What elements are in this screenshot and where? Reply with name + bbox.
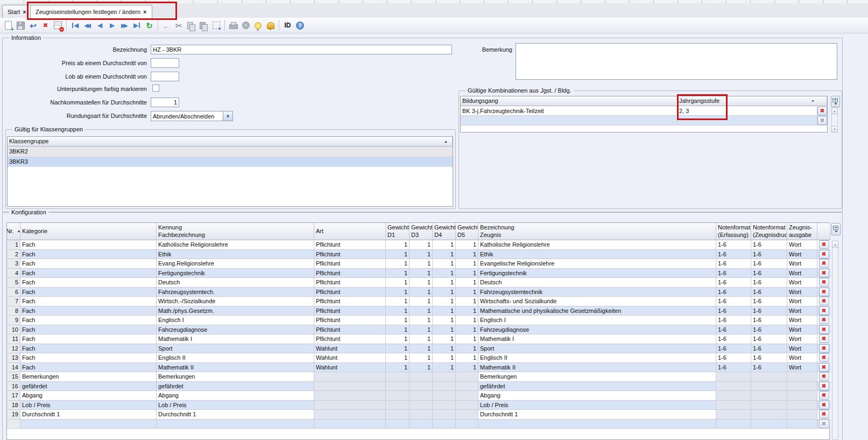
cell-kategorie[interactable]: Fach	[20, 325, 157, 335]
cell-nfd[interactable]: 1-6	[751, 325, 787, 335]
cell-nr[interactable]: 19	[7, 410, 20, 420]
cell-d5[interactable]: 1	[456, 316, 478, 325]
cell-ausgabe[interactable]: Wort	[787, 325, 817, 335]
tab-start[interactable]: Start ×	[2, 5, 32, 18]
konfiguration-row[interactable]: 4FachFertigungstechnikPflichtunt1111Fert…	[7, 269, 829, 278]
cell-d3[interactable]	[410, 382, 433, 392]
cell-d1[interactable]: 1	[386, 297, 410, 306]
cell-nfd[interactable]: 1-6	[751, 240, 787, 250]
cell-d4[interactable]: 1	[433, 325, 456, 335]
konfiguration-row[interactable]: 3FachEvang.ReligionslehrePflichtunt1111E…	[7, 259, 829, 269]
bildungsgang-cell[interactable]: BK 3-j.Fahrzeugtechnik-Teilzeit	[461, 106, 678, 116]
cell-d4[interactable]: 1	[433, 278, 456, 288]
cell-d3[interactable]	[410, 401, 433, 410]
cell-nfd[interactable]	[751, 420, 787, 429]
cell-nfd[interactable]	[751, 401, 787, 410]
cell-kennung[interactable]: gefährdet	[157, 382, 314, 392]
cell-nfd[interactable]: 1-6	[751, 278, 787, 288]
fast-backward-icon[interactable]: ◀◀	[81, 19, 94, 32]
cell-ausgabe[interactable]: Wort	[787, 297, 817, 306]
cell-art[interactable]: Pflichtunt	[314, 288, 386, 297]
cell-d4[interactable]	[433, 391, 456, 401]
cell-kategorie[interactable]: Fach	[20, 353, 157, 363]
tab-zeugniseinstellungen[interactable]: Zeugniseinstellungen festlegen / ändern …	[30, 5, 152, 18]
cell-zeugnis[interactable]: Lob / Preis	[478, 401, 716, 410]
cell-d5[interactable]: 1	[456, 353, 478, 363]
cell-d3[interactable]	[410, 410, 433, 420]
notification-bell-icon[interactable]	[264, 19, 277, 32]
cell-nfe[interactable]: 1-6	[716, 288, 751, 297]
cell-d3[interactable]: 1	[410, 278, 433, 288]
cell-art[interactable]	[314, 382, 386, 392]
cell-ausgabe[interactable]: Wort	[787, 288, 817, 297]
cell-d4[interactable]	[433, 401, 456, 410]
nachkommastellen-input[interactable]: 1	[151, 97, 179, 107]
cell-d3[interactable]: 1	[410, 334, 433, 344]
cell-art[interactable]: Pflichtunt	[314, 240, 386, 250]
cell-art[interactable]	[314, 401, 386, 410]
cell-kennung[interactable]: Englisch II	[157, 353, 314, 363]
konfiguration-row[interactable]: 6FachFahrzeugsystemtech.Pflichtunt1111Fa…	[7, 288, 829, 297]
column-header-bildungsgang[interactable]: Bildungsgang	[461, 96, 678, 106]
cell-ausgabe[interactable]: Wort	[787, 344, 817, 354]
cell-ausgabe[interactable]	[787, 420, 817, 429]
cell-nfd[interactable]: 1-6	[751, 344, 787, 354]
cell-art[interactable]	[314, 391, 386, 401]
cell-nfd[interactable]: 1-6	[751, 269, 787, 278]
delete-row-button[interactable]: ✖	[819, 269, 829, 277]
cell-nr[interactable]: 3	[7, 259, 20, 269]
cell-kategorie[interactable]: Fach	[20, 288, 157, 297]
cell-d5[interactable]	[456, 420, 478, 429]
cell-kategorie[interactable]: Fach	[20, 297, 157, 306]
cell-kategorie[interactable]: Lob / Preis	[20, 401, 157, 410]
cell-nfe[interactable]: 1-6	[716, 278, 751, 288]
cell-zeugnis[interactable]: Mathematik I	[478, 334, 716, 344]
cell-d1[interactable]: 1	[386, 306, 410, 316]
cell-nfe[interactable]: 1-6	[716, 353, 751, 363]
cell-art[interactable]: Pflichtunt	[314, 306, 386, 316]
form-settings-icon[interactable]	[52, 19, 64, 32]
cell-art[interactable]: Wahlunt	[314, 353, 386, 363]
cell-nfe[interactable]	[716, 410, 751, 420]
cell-kategorie[interactable]: gefährdet	[20, 382, 157, 392]
last-record-icon[interactable]: ▶	[131, 19, 143, 32]
cell-nfe[interactable]: 1-6	[716, 316, 751, 325]
cell-nr[interactable]: 16	[7, 382, 20, 392]
filter-dropdown-icon[interactable]: ▼	[811, 99, 815, 104]
konfiguration-row[interactable]: 2FachEthikPflichtunt1111Ethik1-61-6Wort✖	[7, 250, 829, 260]
delete-row-button[interactable]: ✖	[819, 297, 829, 305]
cell-d4[interactable]: 1	[433, 316, 456, 325]
cell-nr[interactable]: 7	[7, 297, 20, 306]
cell-d5[interactable]	[456, 372, 478, 382]
cell-d3[interactable]: 1	[410, 306, 433, 316]
cell-art[interactable]: Pflichtunt	[314, 297, 386, 306]
cell-ausgabe[interactable]: Wort	[787, 269, 817, 278]
delete-row-button[interactable]: ✖	[819, 278, 829, 287]
cell-kategorie[interactable]: Abgang	[20, 391, 157, 401]
cell-zeugnis[interactable]: Deutsch	[478, 278, 716, 288]
cell-ausgabe[interactable]: Wort	[787, 363, 817, 373]
cell-art[interactable]: Wahlunt	[314, 344, 386, 354]
cell-d1[interactable]	[386, 372, 410, 382]
cell-zeugnis[interactable]: gefährdet	[478, 382, 716, 392]
klassengruppe-row[interactable]: 3BKR2	[8, 146, 453, 157]
cell-ausgabe[interactable]: Wort	[787, 278, 817, 288]
cell-d4[interactable]: 1	[433, 288, 456, 297]
cell-d1[interactable]: 1	[386, 288, 410, 297]
cell-art[interactable]: Pflichtunt	[314, 334, 386, 344]
cell-zeugnis[interactable]: Mathematik II	[478, 363, 716, 373]
column-header-gewicht-d1[interactable]: GewichtD1	[386, 223, 410, 240]
delete-row-button[interactable]: ✖	[819, 325, 829, 334]
cell-nfd[interactable]: 1-6	[751, 363, 787, 373]
konfiguration-new-row[interactable]: ✖	[7, 420, 829, 429]
jahrgangsstufe-cell[interactable]: 2, 3	[678, 106, 817, 116]
cell-nr[interactable]: 14	[7, 363, 20, 373]
cell-nfe[interactable]	[716, 382, 751, 392]
konfiguration-row[interactable]: 8FachMath./phys.Gesetzm.Pflichtunt1111Ma…	[7, 306, 829, 316]
konfiguration-row[interactable]: 9FachEnglisch IPflichtunt1111Englisch I1…	[7, 316, 829, 325]
delete-row-button[interactable]: ✖	[819, 410, 829, 418]
cell-kategorie[interactable]: Fach	[20, 363, 157, 373]
cell-art[interactable]	[314, 372, 386, 382]
cell-d5[interactable]: 1	[456, 278, 478, 288]
cell-ausgabe[interactable]: Wort	[787, 250, 817, 260]
